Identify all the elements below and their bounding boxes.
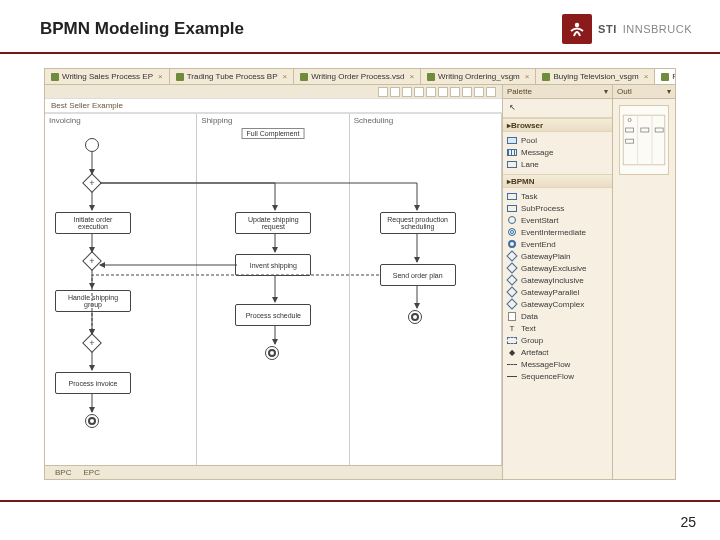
- task-invent-shipping[interactable]: Invent shipping: [235, 254, 311, 276]
- gateway-parallel[interactable]: +: [82, 251, 102, 271]
- end-event[interactable]: [85, 414, 99, 428]
- diagram-icon: [51, 73, 59, 81]
- palette-item-group[interactable]: Group: [507, 334, 610, 346]
- brand-logo: STI INNSBRUCK: [562, 14, 692, 44]
- close-icon[interactable]: ×: [525, 72, 530, 81]
- tool-btn[interactable]: [438, 87, 448, 97]
- tab-2[interactable]: Writing Order Process.vsd×: [294, 69, 421, 84]
- palette-item-message[interactable]: Message: [507, 146, 610, 158]
- chevron-down-icon[interactable]: ▾: [604, 87, 608, 96]
- svg-rect-8: [655, 128, 663, 132]
- bottom-tab-epc[interactable]: EPC: [79, 468, 103, 477]
- close-icon[interactable]: ×: [409, 72, 414, 81]
- palette-item-gatewayinclusive[interactable]: GatewayInclusive: [507, 274, 610, 286]
- item-label: GatewayInclusive: [521, 276, 584, 285]
- item-label: EventIntermediate: [521, 228, 586, 237]
- item-label: SubProcess: [521, 204, 564, 213]
- bottom-tab-bpc[interactable]: BPC: [51, 468, 75, 477]
- task-initiate[interactable]: Initiate order execution: [55, 212, 131, 234]
- end-event[interactable]: [408, 310, 422, 324]
- tab-label: Paper Sales Company.vsd: [672, 72, 675, 81]
- close-icon[interactable]: ×: [158, 72, 163, 81]
- outline-minimap[interactable]: [619, 105, 669, 175]
- palette-item-gatewayexclusive[interactable]: GatewayExclusive: [507, 262, 610, 274]
- tab-label: Buying Television_vsgm: [553, 72, 638, 81]
- diagram-canvas[interactable]: Best Seller Example Invoicing + Initiate…: [45, 85, 503, 479]
- message-icon: [507, 149, 517, 156]
- gateway-parallel[interactable]: +: [82, 173, 102, 193]
- palette-item-subprocess[interactable]: SubProcess: [507, 202, 610, 214]
- lane-shipping[interactable]: Shipping Full Complement Update shipping…: [197, 114, 349, 465]
- tool-btn[interactable]: [450, 87, 460, 97]
- tab-3[interactable]: Writing Ordering_vsgm×: [421, 69, 536, 84]
- close-icon[interactable]: ×: [283, 72, 288, 81]
- event-intermediate-icon: [508, 228, 516, 236]
- lane-title: Invoicing: [49, 116, 81, 125]
- palette-item-eventstart[interactable]: EventStart: [507, 214, 610, 226]
- tool-btn[interactable]: [390, 87, 400, 97]
- end-event[interactable]: [265, 346, 279, 360]
- tool-btn[interactable]: [486, 87, 496, 97]
- close-icon[interactable]: ×: [644, 72, 649, 81]
- gateway-icon: [506, 262, 517, 273]
- item-label: GatewayExclusive: [521, 264, 586, 273]
- tab-5[interactable]: Paper Sales Company.vsd×: [655, 69, 675, 84]
- start-event[interactable]: [85, 138, 99, 152]
- palette-item-artefact[interactable]: ◆Artefact: [507, 346, 610, 358]
- pool-icon: [507, 137, 517, 144]
- lane-title: Scheduling: [354, 116, 394, 125]
- tool-btn[interactable]: [414, 87, 424, 97]
- minimize-icon[interactable]: ▾: [667, 87, 671, 96]
- palette-select-arrow[interactable]: ↖: [507, 101, 610, 113]
- palette-item-gatewayparallel[interactable]: GatewayParallel: [507, 286, 610, 298]
- task-update-shipping[interactable]: Update shipping request: [235, 212, 311, 234]
- task-process-schedule[interactable]: Process schedule: [235, 304, 311, 326]
- tab-1[interactable]: Trading Tube Process BP×: [170, 69, 295, 84]
- tool-btn[interactable]: [474, 87, 484, 97]
- palette-item-lane[interactable]: Lane: [507, 158, 610, 170]
- task-process-invoice[interactable]: Process invoice: [55, 372, 131, 394]
- palette-section-bpmn[interactable]: ▸ BPMN: [503, 174, 612, 188]
- diagram-icon: [176, 73, 184, 81]
- tool-btn[interactable]: [426, 87, 436, 97]
- tool-btn[interactable]: [462, 87, 472, 97]
- data-icon: [508, 312, 516, 321]
- item-label: Group: [521, 336, 543, 345]
- palette-item-data[interactable]: Data: [507, 310, 610, 322]
- gateway-icon: [506, 274, 517, 285]
- task-handle-ship[interactable]: Handle shipping group: [55, 290, 131, 312]
- svg-rect-5: [626, 128, 634, 132]
- tab-0[interactable]: Writing Sales Process EP×: [45, 69, 170, 84]
- divider-bottom: [0, 500, 720, 502]
- tool-btn[interactable]: [378, 87, 388, 97]
- palette-item-text[interactable]: TText: [507, 322, 610, 334]
- task-send-order[interactable]: Send order plan: [380, 264, 456, 286]
- text-icon: T: [507, 323, 517, 333]
- task-request-production[interactable]: Request production scheduling: [380, 212, 456, 234]
- palette-item-eventintermediate[interactable]: EventIntermediate: [507, 226, 610, 238]
- palette-item-sequenceflow[interactable]: SequenceFlow: [507, 370, 610, 382]
- outline-title: Outl: [617, 87, 632, 96]
- lane-scheduling[interactable]: Scheduling Request production scheduling…: [350, 114, 502, 465]
- palette-item-pool[interactable]: Pool: [507, 134, 610, 146]
- tab-4[interactable]: Buying Television_vsgm×: [536, 69, 655, 84]
- item-label: Text: [521, 324, 536, 333]
- palette-item-gatewaycomplex[interactable]: GatewayComplex: [507, 298, 610, 310]
- item-label: Lane: [521, 160, 539, 169]
- palette-item-messageflow[interactable]: MessageFlow: [507, 358, 610, 370]
- lane-invoicing[interactable]: Invoicing + Initiate order execution + H…: [45, 114, 197, 465]
- brand-main: STI: [598, 23, 617, 35]
- gateway-parallel[interactable]: +: [82, 333, 102, 353]
- palette-item-eventend[interactable]: EventEnd: [507, 238, 610, 250]
- palette-item-task[interactable]: Task: [507, 190, 610, 202]
- item-label: GatewayPlain: [521, 252, 570, 261]
- palette-item-gatewayplain[interactable]: GatewayPlain: [507, 250, 610, 262]
- group-icon: [507, 337, 517, 344]
- item-label: MessageFlow: [521, 360, 570, 369]
- event-start-icon: [508, 216, 516, 224]
- svg-rect-6: [626, 139, 634, 143]
- tool-btn[interactable]: [402, 87, 412, 97]
- palette-section-browser[interactable]: ▸ Browser: [503, 118, 612, 132]
- diagram-icon: [300, 73, 308, 81]
- item-label: Artefact: [521, 348, 549, 357]
